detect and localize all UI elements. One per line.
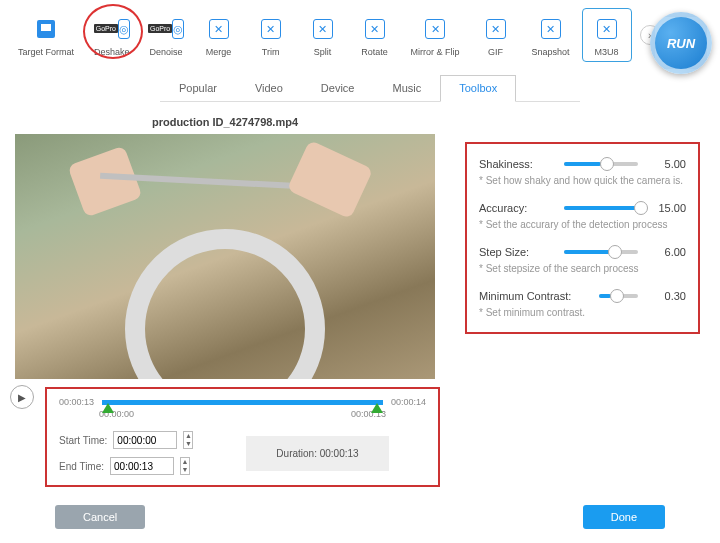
stepsize-value: 6.00	[648, 246, 686, 258]
svg-rect-1	[41, 24, 51, 31]
timeline-slider[interactable]	[102, 400, 383, 405]
play-button[interactable]: ▶	[10, 385, 34, 409]
merge-button[interactable]: ✕ Merge	[195, 9, 243, 61]
cancel-button[interactable]: Cancel	[55, 505, 145, 529]
end-time-input[interactable]	[110, 457, 174, 475]
mirror-flip-label: Mirror & Flip	[411, 47, 460, 57]
stepsize-slider[interactable]	[564, 250, 638, 254]
denoise-icon: GoPro◎	[150, 13, 182, 45]
end-time-label: End Time:	[59, 461, 104, 472]
contrast-value: 0.30	[648, 290, 686, 302]
done-button[interactable]: Done	[583, 505, 665, 529]
target-format-button[interactable]: Target Format	[10, 9, 82, 61]
merge-label: Merge	[206, 47, 232, 57]
denoise-button[interactable]: GoPro◎ Denoise	[142, 9, 191, 61]
parameters-panel: Shakiness: 5.00 * Set how shaky and how …	[465, 142, 700, 334]
m3u8-label: M3U8	[595, 47, 619, 57]
rotate-icon: ✕	[359, 13, 391, 45]
trim-button[interactable]: ✕ Trim	[247, 9, 295, 61]
gif-button[interactable]: ✕ GIF	[472, 9, 520, 61]
trim-icon: ✕	[255, 13, 287, 45]
stepsize-label: Step Size:	[479, 246, 554, 258]
start-time-input[interactable]	[113, 431, 177, 449]
right-panel: Shakiness: 5.00 * Set how shaky and how …	[440, 112, 710, 487]
snapshot-label: Snapshot	[532, 47, 570, 57]
stepsize-desc: * Set stepsize of the search process	[479, 263, 686, 274]
split-button[interactable]: ✕ Split	[299, 9, 347, 61]
bottom-actions: Cancel Done	[0, 505, 720, 529]
shakiness-slider[interactable]	[564, 162, 638, 166]
accuracy-desc: * Set the accurary of the detection proc…	[479, 219, 686, 230]
split-label: Split	[314, 47, 332, 57]
snapshot-icon: ✕	[535, 13, 567, 45]
m3u8-button[interactable]: ✕ M3U8	[582, 8, 632, 62]
target-format-label: Target Format	[18, 47, 74, 57]
tab-toolbox[interactable]: Toolbox	[440, 75, 516, 102]
gif-label: GIF	[488, 47, 503, 57]
accuracy-value: 15.00	[648, 202, 686, 214]
tab-popular[interactable]: Popular	[160, 75, 236, 101]
range-start-handle[interactable]	[102, 403, 114, 413]
deshake-label: Deshake	[94, 47, 130, 57]
timeline-panel: 00:00:13 00:00:14 00:00:00 00:00:13 Star…	[45, 387, 440, 487]
start-time-label: Start Time:	[59, 435, 107, 446]
tick-end: 00:00:14	[391, 397, 426, 407]
start-time-stepper[interactable]: ▲▼	[183, 431, 193, 449]
tab-video[interactable]: Video	[236, 75, 302, 101]
accuracy-label: Accuracy:	[479, 202, 554, 214]
trim-label: Trim	[262, 47, 280, 57]
gif-icon: ✕	[480, 13, 512, 45]
mirror-flip-button[interactable]: ✕ Mirror & Flip	[403, 9, 468, 61]
contrast-desc: * Set minimum contrast.	[479, 307, 686, 318]
tab-device[interactable]: Device	[302, 75, 374, 101]
contrast-label: Minimum Contrast:	[479, 290, 589, 302]
video-preview[interactable]	[15, 134, 435, 379]
category-tabs: Popular Video Device Music Toolbox	[160, 75, 580, 102]
denoise-label: Denoise	[150, 47, 183, 57]
rotate-label: Rotate	[361, 47, 388, 57]
deshake-button[interactable]: GoPro◎ Deshake	[86, 9, 138, 61]
tick-start: 00:00:13	[59, 397, 94, 407]
preview-art-wheel	[125, 229, 325, 379]
rotate-button[interactable]: ✕ Rotate	[351, 9, 399, 61]
file-name: production ID_4274798.mp4	[10, 116, 440, 128]
run-button[interactable]: RUN	[650, 12, 712, 74]
split-icon: ✕	[307, 13, 339, 45]
contrast-slider[interactable]	[599, 294, 638, 298]
merge-icon: ✕	[203, 13, 235, 45]
range-end-handle[interactable]	[371, 403, 383, 413]
target-format-icon	[30, 13, 62, 45]
deshake-icon: GoPro◎	[96, 13, 128, 45]
duration-display: Duration: 00:00:13	[246, 436, 388, 471]
main-content: production ID_4274798.mp4 ▶ 00:00:13 00:…	[0, 102, 720, 487]
m3u8-icon: ✕	[591, 13, 623, 45]
shakiness-value: 5.00	[648, 158, 686, 170]
preview-art	[100, 173, 340, 192]
accuracy-slider[interactable]	[564, 206, 638, 210]
snapshot-button[interactable]: ✕ Snapshot	[524, 9, 578, 61]
shakiness-label: Shakiness:	[479, 158, 554, 170]
left-panel: production ID_4274798.mp4 ▶ 00:00:13 00:…	[10, 112, 440, 487]
end-time-stepper[interactable]: ▲▼	[180, 457, 190, 475]
mirror-flip-icon: ✕	[419, 13, 451, 45]
top-toolbar: Target Format GoPro◎ Deshake GoPro◎ Deno…	[0, 0, 720, 70]
tab-music[interactable]: Music	[373, 75, 440, 101]
shakiness-desc: * Set how shaky and how quick the camera…	[479, 175, 686, 186]
